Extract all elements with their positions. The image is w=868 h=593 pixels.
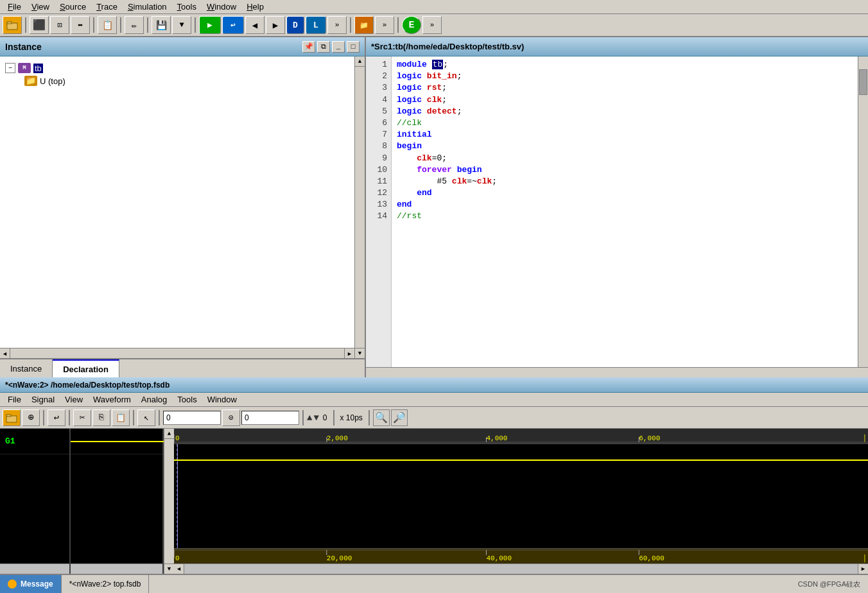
wave-panel: 0 2,000 4,000 6,000 │ bbox=[174, 429, 868, 574]
pin-button[interactable]: 📌 bbox=[302, 41, 315, 53]
more-button-3[interactable]: » bbox=[422, 16, 442, 34]
instance-panel-header: Instance 📌 ⧉ _ □ bbox=[0, 37, 365, 56]
nwave-header: *<nWave:2> /home/eda/Desktop/test/top.fs… bbox=[0, 377, 868, 393]
nwave-toolbar: ⊕ ↩ ✂ ⎘ 📋 ↖ ⊙ ▲ ▼ 0 x 10ps 🔍 🔎 bbox=[0, 407, 868, 429]
menu-simulation[interactable]: Simulation bbox=[123, 1, 172, 13]
wave-vscroll-up[interactable]: ▲ bbox=[164, 429, 174, 439]
editor-body[interactable]: 12345 678910 11121314 module tb; logic b… bbox=[366, 56, 868, 367]
panel-header-buttons: 📌 ⧉ _ □ bbox=[302, 41, 360, 53]
tb-btn-3[interactable]: ⊡ bbox=[50, 16, 69, 34]
tb-btn-save[interactable]: 💾 bbox=[152, 16, 171, 34]
nw-time-input-2[interactable] bbox=[241, 411, 299, 425]
e-button[interactable]: E bbox=[402, 16, 421, 34]
status-tab-nwave[interactable]: *<nWave:2> top.fsdb bbox=[62, 575, 150, 593]
nwave-menu-waveform[interactable]: Waveform bbox=[88, 393, 136, 406]
svg-rect-3 bbox=[6, 415, 11, 417]
nwave-menu-tools[interactable]: Tools bbox=[172, 393, 202, 406]
instance-tree: − M tb 📁 U (top) ▲ ▼ bbox=[0, 56, 365, 358]
nwave-menu-analog[interactable]: Analog bbox=[136, 393, 172, 406]
hscroll-right-arrow[interactable]: ▶ bbox=[344, 348, 354, 358]
menu-tools[interactable]: Tools bbox=[172, 1, 202, 13]
l-button[interactable]: L bbox=[306, 16, 326, 34]
tb-btn-5[interactable]: 📋 bbox=[98, 16, 117, 34]
nw-time-input-1[interactable] bbox=[163, 411, 221, 425]
maximize-button[interactable]: □ bbox=[347, 41, 360, 53]
tab-declaration[interactable]: Declaration bbox=[53, 359, 119, 377]
run-button[interactable]: ▶ bbox=[199, 16, 221, 34]
nw-cut-btn[interactable]: ✂ bbox=[73, 409, 91, 426]
restore-button[interactable]: ⧉ bbox=[317, 41, 330, 53]
toolbar-separator-7 bbox=[397, 17, 399, 33]
vscroll-up-arrow[interactable]: ▲ bbox=[355, 56, 365, 67]
nw-zoom-out-btn[interactable]: 🔎 bbox=[391, 409, 408, 426]
back-button[interactable]: ◀ bbox=[245, 16, 265, 34]
tb-btn-4[interactable]: ⬌ bbox=[71, 16, 90, 34]
wave-signals[interactable] bbox=[174, 444, 868, 548]
status-tab-message-label: Message bbox=[21, 580, 53, 589]
fwd-button[interactable]: ▶ bbox=[266, 16, 285, 34]
tb-folder-orange[interactable]: 📁 bbox=[354, 16, 374, 34]
tree-node-tb[interactable]: − M tb bbox=[5, 62, 360, 74]
d-button[interactable]: D bbox=[286, 16, 304, 34]
nw-copy-btn[interactable]: ⎘ bbox=[92, 409, 110, 426]
menu-file[interactable]: File bbox=[3, 1, 26, 13]
vscroll-down-arrow[interactable]: ▼ bbox=[355, 348, 365, 358]
tb-btn-6[interactable]: ✏️ bbox=[125, 16, 144, 34]
menu-view[interactable]: View bbox=[26, 1, 55, 13]
minimize-button[interactable]: _ bbox=[332, 41, 345, 53]
nwave-menu-file[interactable]: File bbox=[3, 393, 26, 406]
toolbar-separator-6 bbox=[350, 17, 351, 33]
menu-source[interactable]: Source bbox=[55, 1, 91, 13]
line-numbers: 12345 678910 11121314 bbox=[366, 56, 392, 367]
wave-vscrollbar[interactable]: ▲ ▼ bbox=[164, 429, 174, 574]
editor-vscrollbar-thumb[interactable] bbox=[859, 69, 867, 95]
nw-time-unit: x 10ps bbox=[338, 413, 365, 422]
toolbar-separator-4 bbox=[147, 17, 148, 33]
tab-instance[interactable]: Instance bbox=[0, 359, 53, 377]
code-content[interactable]: module tb; logic bit_in; logic rst; logi… bbox=[392, 56, 868, 367]
mini-signal-G1 bbox=[71, 429, 162, 454]
nw-open-btn[interactable] bbox=[3, 409, 21, 426]
mini-hscrollbar[interactable] bbox=[71, 563, 162, 574]
wave-hscroll-left[interactable]: ◀ bbox=[174, 564, 184, 574]
menu-help[interactable]: Help bbox=[241, 1, 269, 13]
step-button[interactable]: ↩ bbox=[222, 16, 244, 34]
nwave-menu-window[interactable]: Window bbox=[202, 393, 242, 406]
nw-cursor-btn[interactable]: ↖ bbox=[137, 409, 155, 426]
signal-hscrollbar[interactable] bbox=[0, 563, 69, 574]
status-right-text: CSDN @FPGA硅农 bbox=[798, 580, 868, 589]
tb-btn-down[interactable]: ▼ bbox=[172, 16, 191, 34]
status-tab-message[interactable]: Message bbox=[0, 575, 62, 593]
instance-tree-vscrollbar[interactable]: ▲ ▼ bbox=[354, 56, 365, 358]
tree-label-tb: tb bbox=[33, 64, 43, 73]
nw-triangle-up-icon: ▲ bbox=[307, 413, 312, 423]
wave-hscroll-right[interactable]: ▶ bbox=[858, 564, 868, 574]
more-button-1[interactable]: » bbox=[327, 16, 347, 34]
nw-add-btn[interactable]: ⊕ bbox=[22, 409, 40, 426]
nw-zoom-in-btn[interactable]: 🔍 bbox=[373, 409, 390, 426]
instance-tree-hscrollbar[interactable]: ◀ ▶ bbox=[0, 348, 354, 358]
wave-ruler-top: 0 2,000 4,000 6,000 │ bbox=[174, 429, 868, 444]
wave-vscroll-down[interactable]: ▼ bbox=[164, 563, 174, 574]
nwave-menu-signal[interactable]: Signal bbox=[26, 393, 60, 406]
tree-expand-tb[interactable]: − bbox=[5, 63, 15, 73]
toolbar-separator-5 bbox=[195, 17, 196, 33]
nw-goto-btn[interactable]: ⊙ bbox=[222, 409, 240, 426]
nw-undo-btn[interactable]: ↩ bbox=[48, 409, 65, 426]
menu-window[interactable]: Window bbox=[202, 1, 241, 13]
svg-rect-1 bbox=[7, 22, 12, 24]
tb-btn-2[interactable]: ⬛ bbox=[30, 16, 49, 34]
nw-zoom-value: 0 bbox=[320, 413, 330, 422]
editor-vscrollbar[interactable] bbox=[858, 56, 868, 367]
hscroll-left-arrow[interactable]: ◀ bbox=[0, 348, 10, 358]
nw-separator-2 bbox=[69, 410, 70, 425]
signal-item-G1[interactable]: G1 bbox=[0, 429, 69, 454]
nwave-menu-view[interactable]: View bbox=[60, 393, 88, 406]
editor-hscrollbar[interactable] bbox=[366, 367, 868, 377]
menu-trace[interactable]: Trace bbox=[91, 1, 123, 13]
wave-hscrollbar[interactable]: ◀ ▶ bbox=[174, 563, 868, 574]
tree-node-U-top[interactable]: 📁 U (top) bbox=[24, 74, 360, 87]
more-button-2[interactable]: » bbox=[375, 16, 394, 34]
open-button[interactable] bbox=[3, 16, 22, 34]
nw-paste-btn[interactable]: 📋 bbox=[112, 409, 130, 426]
